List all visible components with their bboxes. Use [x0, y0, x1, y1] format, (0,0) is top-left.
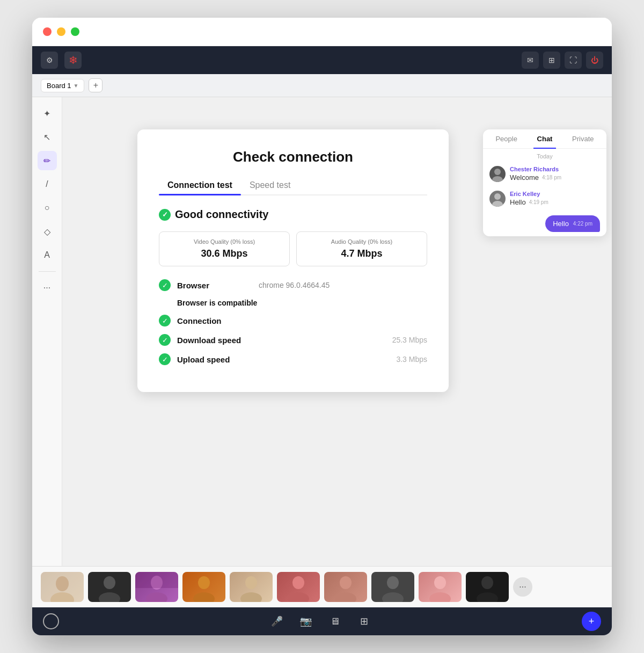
boards-icon-btn[interactable]: ⊞ — [543, 52, 560, 69]
chat-own-bubble: Hello 4:22 pm — [545, 215, 600, 232]
tab-connection-test[interactable]: Connection test — [159, 176, 241, 194]
svg-point-2 — [494, 193, 501, 200]
add-board-button[interactable]: + — [89, 78, 103, 92]
download-value: 25.3 Mbps — [392, 336, 427, 344]
layout-icon: ⊞ — [360, 615, 368, 627]
chat-message-chester: Chester Richards Welcome 4:18 pm — [483, 162, 606, 186]
connection-label: Connection — [177, 316, 252, 325]
boards-icon: ⊞ — [548, 56, 555, 64]
tab-private[interactable]: Private — [564, 129, 602, 148]
svg-point-25 — [477, 592, 498, 602]
traffic-light-green[interactable] — [71, 27, 79, 36]
canvas-area[interactable]: Check connection Connection test Speed t… — [62, 97, 612, 566]
more-participants-btn[interactable]: ··· — [513, 577, 532, 597]
select-icon: ↖ — [43, 132, 50, 142]
mail-icon: ✉ — [527, 56, 533, 64]
tab-speed-test[interactable]: Speed test — [241, 176, 299, 194]
browser-check-icon: ✓ — [159, 279, 171, 291]
svg-point-14 — [245, 576, 257, 589]
svg-point-10 — [146, 592, 167, 602]
connectivity-check-icon: ✓ — [159, 209, 171, 221]
app-window: ⚙ ❄ ✉ ⊞ ⛶ ⏻ Board 1 ▼ + — [32, 18, 612, 635]
board-name: Board 1 — [47, 82, 71, 90]
screen-share-btn[interactable]: 🖥 — [325, 612, 345, 631]
participant-thumb-9[interactable] — [419, 572, 462, 602]
screen-icon: 🖥 — [330, 616, 340, 627]
svg-rect-11 — [135, 572, 178, 588]
pointer-icon: ✦ — [43, 108, 50, 119]
chat-text-row-eric: Hello 4:19 pm — [510, 198, 548, 206]
chat-body-chester: Chester Richards Welcome 4:18 pm — [510, 166, 561, 182]
more-tools-btn[interactable]: ··· — [38, 278, 57, 298]
main-area: ✦ ↖ ✏ / ○ ◇ A ··· — [32, 97, 612, 566]
participant-thumb-7[interactable] — [324, 572, 367, 602]
svg-point-18 — [340, 576, 352, 589]
chat-username-chester: Chester Richards — [510, 166, 561, 172]
fullscreen-icon-btn[interactable]: ⛶ — [565, 52, 582, 69]
top-nav-right: ✉ ⊞ ⛶ ⏻ — [522, 52, 603, 69]
upload-check-icon: ✓ — [159, 353, 171, 365]
pointer-tool-btn[interactable]: ✦ — [38, 104, 57, 123]
participants-row: ··· — [32, 567, 612, 607]
add-btn[interactable]: + — [582, 612, 601, 631]
circle-tool-btn[interactable]: ○ — [38, 198, 57, 217]
browser-compat-label: Browser is compatible — [177, 299, 427, 307]
mail-icon-btn[interactable]: ✉ — [522, 52, 539, 69]
layout-btn[interactable]: ⊞ — [354, 612, 374, 631]
participant-thumb-3[interactable] — [135, 572, 178, 602]
participant-thumb-8[interactable] — [371, 572, 414, 602]
svg-point-17 — [288, 592, 309, 602]
traffic-light-yellow[interactable] — [57, 27, 65, 36]
mic-btn[interactable]: 🎤 — [267, 612, 287, 631]
svg-point-19 — [335, 592, 356, 602]
video-quality-label: Video Quality (0% loss) — [168, 238, 281, 245]
controls-row: 🎤 📷 🖥 ⊞ + — [32, 607, 612, 635]
tab-chat[interactable]: Chat — [525, 129, 564, 148]
traffic-light-red[interactable] — [43, 27, 52, 36]
pen-tool-btn[interactable]: ✏ — [38, 151, 57, 170]
chat-date: Today — [483, 149, 606, 162]
connection-row: ✓ Connection — [159, 315, 427, 327]
more-icon: ··· — [519, 582, 526, 592]
participant-thumb-4[interactable] — [182, 572, 225, 602]
select-tool-btn[interactable]: ↖ — [38, 127, 57, 147]
audio-quality-label: Audio Quality (0% loss) — [305, 238, 418, 245]
audio-quality-card: Audio Quality (0% loss) 4.7 Mbps — [296, 231, 427, 266]
svg-rect-6 — [41, 572, 84, 602]
participant-thumb-5[interactable] — [230, 572, 273, 602]
text-tool-btn[interactable]: A — [38, 245, 57, 265]
mic-icon: 🎤 — [271, 615, 283, 627]
logo-btn[interactable]: ❄ — [64, 52, 82, 69]
speaker-btn[interactable] — [43, 613, 59, 629]
audio-quality-value: 4.7 Mbps — [305, 248, 418, 259]
participant-thumb-10[interactable] — [466, 572, 509, 602]
tab-people[interactable]: People — [487, 129, 525, 148]
upload-label: Upload speed — [177, 355, 252, 364]
upload-value: 3.3 Mbps — [396, 355, 427, 364]
participant-thumb-2[interactable] — [88, 572, 131, 602]
participant-thumb-6[interactable] — [277, 572, 320, 602]
svg-point-20 — [387, 576, 399, 589]
connection-check-icon: ✓ — [159, 315, 171, 327]
svg-point-0 — [494, 169, 501, 175]
settings-icon-btn[interactable]: ⚙ — [41, 52, 58, 69]
browser-value: chrome 96.0.4664.45 — [259, 281, 330, 289]
svg-point-22 — [434, 576, 446, 589]
exit-icon-btn[interactable]: ⏻ — [586, 52, 603, 69]
line-tool-btn[interactable]: / — [38, 175, 57, 194]
participant-thumb-1[interactable] — [41, 572, 84, 602]
download-check-icon: ✓ — [159, 334, 171, 346]
chat-own-time: 4:22 pm — [573, 221, 592, 227]
eraser-tool-btn[interactable]: ◇ — [38, 222, 57, 241]
svg-point-21 — [382, 592, 404, 602]
cam-btn[interactable]: 📷 — [296, 612, 316, 631]
cam-icon: 📷 — [300, 615, 312, 627]
board-tab-1[interactable]: Board 1 ▼ — [41, 79, 84, 92]
svg-point-3 — [492, 201, 503, 207]
chat-tabs: People Chat Private — [483, 129, 606, 149]
chat-panel: People Chat Private Today — [483, 129, 606, 236]
title-bar — [32, 18, 612, 46]
chat-text-row-chester: Welcome 4:18 pm — [510, 173, 561, 182]
svg-point-15 — [240, 592, 262, 602]
svg-point-24 — [481, 576, 493, 589]
